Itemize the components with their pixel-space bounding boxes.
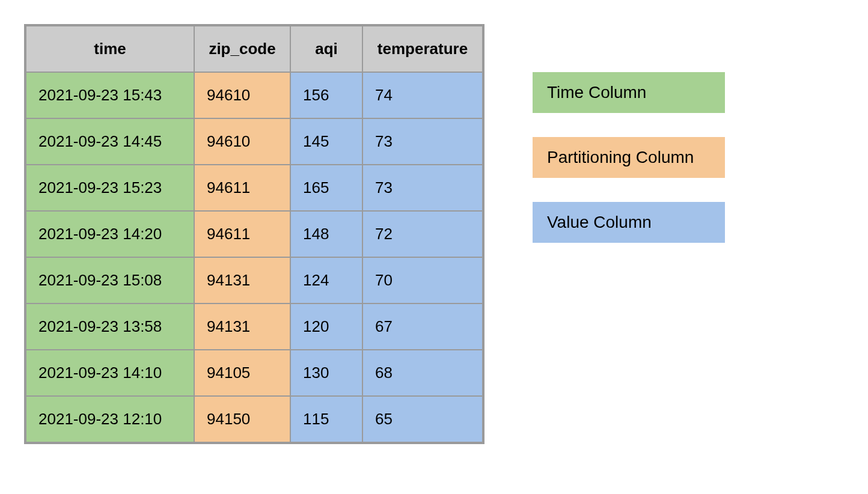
legend-partitioning-column: Partitioning Column	[533, 137, 725, 178]
cell-zip-code: 94131	[194, 303, 290, 350]
data-table: time zip_code aqi temperature 2021-09-23…	[24, 24, 484, 444]
legend-value-column: Value Column	[533, 202, 725, 243]
cell-zip-code: 94105	[194, 350, 290, 396]
table-row: 2021-09-23 15:43 94610 156 74	[26, 72, 483, 118]
cell-aqi: 115	[290, 396, 362, 442]
cell-aqi: 120	[290, 303, 362, 350]
cell-time: 2021-09-23 14:45	[26, 118, 194, 165]
cell-temperature: 73	[362, 165, 483, 211]
cell-time: 2021-09-23 13:58	[26, 303, 194, 350]
cell-aqi: 148	[290, 211, 362, 257]
header-time: time	[26, 26, 194, 72]
cell-time: 2021-09-23 12:10	[26, 396, 194, 442]
cell-zip-code: 94611	[194, 211, 290, 257]
cell-time: 2021-09-23 15:23	[26, 165, 194, 211]
cell-temperature: 68	[362, 350, 483, 396]
header-temperature: temperature	[362, 26, 483, 72]
table-row: 2021-09-23 12:10 94150 115 65	[26, 396, 483, 442]
cell-temperature: 72	[362, 211, 483, 257]
cell-temperature: 70	[362, 257, 483, 303]
cell-temperature: 74	[362, 72, 483, 118]
table-row: 2021-09-23 13:58 94131 120 67	[26, 303, 483, 350]
cell-time: 2021-09-23 15:43	[26, 72, 194, 118]
cell-zip-code: 94150	[194, 396, 290, 442]
table-row: 2021-09-23 14:20 94611 148 72	[26, 211, 483, 257]
cell-aqi: 130	[290, 350, 362, 396]
cell-zip-code: 94131	[194, 257, 290, 303]
table-row: 2021-09-23 14:10 94105 130 68	[26, 350, 483, 396]
table-header-row: time zip_code aqi temperature	[26, 26, 483, 72]
cell-aqi: 156	[290, 72, 362, 118]
cell-zip-code: 94610	[194, 72, 290, 118]
table-row: 2021-09-23 15:23 94611 165 73	[26, 165, 483, 211]
table-row: 2021-09-23 15:08 94131 124 70	[26, 257, 483, 303]
cell-zip-code: 94610	[194, 118, 290, 165]
table: time zip_code aqi temperature 2021-09-23…	[25, 25, 483, 443]
header-zip-code: zip_code	[194, 26, 290, 72]
legend: Time Column Partitioning Column Value Co…	[533, 24, 725, 243]
cell-time: 2021-09-23 15:08	[26, 257, 194, 303]
table-row: 2021-09-23 14:45 94610 145 73	[26, 118, 483, 165]
cell-temperature: 73	[362, 118, 483, 165]
cell-aqi: 145	[290, 118, 362, 165]
header-aqi: aqi	[290, 26, 362, 72]
cell-time: 2021-09-23 14:10	[26, 350, 194, 396]
cell-aqi: 165	[290, 165, 362, 211]
cell-aqi: 124	[290, 257, 362, 303]
cell-time: 2021-09-23 14:20	[26, 211, 194, 257]
cell-temperature: 65	[362, 396, 483, 442]
cell-temperature: 67	[362, 303, 483, 350]
cell-zip-code: 94611	[194, 165, 290, 211]
legend-time-column: Time Column	[533, 72, 725, 113]
